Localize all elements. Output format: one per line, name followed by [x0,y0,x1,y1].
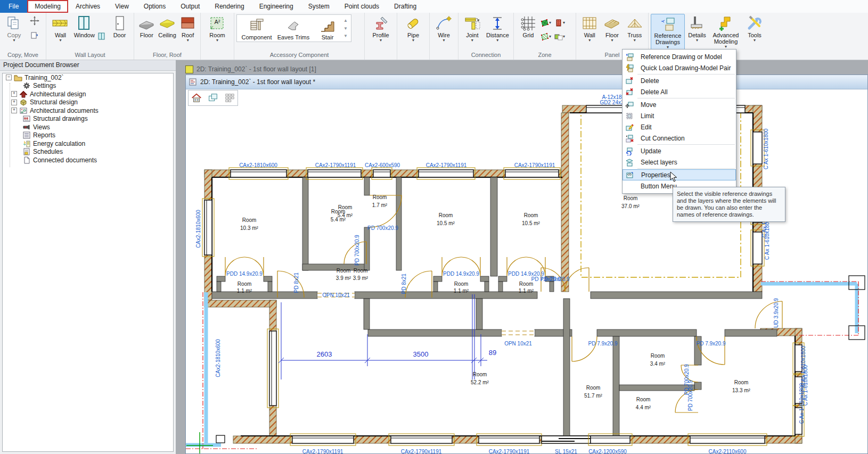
tree-item-architectural-documents[interactable]: + Architectural documents [3,106,173,115]
dimension-lines[interactable]: 2603 3500 89 [279,294,496,379]
room-button[interactable]: A² Room▾ [205,14,230,43]
advanced-modeling-button[interactable]: Advanced Modeling▾ [709,14,742,49]
tree-item-energy-calculation[interactable]: Energy calculation [3,139,173,148]
tree-item-schedules[interactable]: Schedules [3,148,173,156]
tab-options[interactable]: Options [136,0,173,13]
scroll-down-icon: ▼ [343,26,348,31]
door-button[interactable]: Door [108,14,132,38]
expand-icon[interactable]: + [11,91,17,97]
grid-view-button[interactable] [224,92,235,104]
panel-floor-icon [603,15,620,32]
drawing-window-titlebar[interactable]: 2D: Training_002` - 1st floor wall layou… [186,75,867,89]
tab-rendering[interactable]: Rendering [207,0,251,13]
tree-item-connected-documents[interactable]: Connected documents [3,156,173,164]
tree-item-reports[interactable]: Reports [3,131,173,140]
selected-reference-left[interactable] [186,292,258,449]
profile-button[interactable]: Profile▾ [369,14,393,43]
menu-item-quick-load-pair[interactable]: Quick Load Drawing-Model Pair [623,62,736,73]
dropdown-arrow-icon: ▾ [725,45,727,49]
dropdown-arrow-icon: ▾ [563,21,565,25]
menu-item-delete[interactable]: Delete [623,75,736,86]
collapse-icon[interactable]: − [6,75,12,80]
svg-text:3.9 m²: 3.9 m² [336,275,351,281]
floor-plan[interactable]: 2603 3500 89 [186,89,867,453]
tab-archives[interactable]: Archives [68,0,108,13]
tab-output[interactable]: Output [173,0,207,13]
svg-text:CAx2-2110x600: CAx2-2110x600 [709,449,747,453]
cascade-windows-button[interactable] [207,92,219,104]
tools-button[interactable]: Tools▾ [742,14,767,43]
reference-drawings-button[interactable]: Reference Drawings▾ [651,14,685,50]
roof-button[interactable]: Roof▾ [177,14,198,43]
tab-file[interactable]: File [0,0,27,13]
joint-button[interactable]: Joint▾ [461,14,484,43]
tab-view[interactable]: View [108,0,136,13]
zone-polygon-button[interactable]: ▾ [541,16,554,30]
svg-text:CAx2-1790x1191: CAx2-1790x1191 [514,162,555,168]
svg-text:Room: Room [454,281,469,287]
menu-item-properties[interactable]: Properties [623,169,736,180]
svg-text:Room: Room [636,397,651,402]
tab-engineering[interactable]: Engineering [252,0,301,13]
tree-item-architectural-design[interactable]: + Architectural design [3,90,173,98]
paste-icon[interactable] [30,31,39,39]
menu-item-limit[interactable]: Limit [623,110,736,121]
drawing-canvas[interactable]: 2603 3500 89 [186,89,867,453]
truss-button[interactable]: Truss▾ [624,14,646,43]
svg-text:10.3 m²: 10.3 m² [240,225,259,231]
menu-item-select-layers[interactable]: Select layers [623,156,736,168]
menu-item-cut-connection[interactable]: Cut Connection [623,133,736,144]
doors[interactable] [225,195,782,412]
move-button[interactable] [26,14,44,39]
svg-text:C Ax 1-610x1800: C Ax 1-610x1800 [764,219,770,260]
tab-point-clouds[interactable]: Point clouds [337,0,387,13]
stair-button[interactable]: Stair [313,16,342,40]
svg-text:CAx2-1810x600: CAx2-1810x600 [215,339,221,377]
menu-item-delete-all[interactable]: Delete All [623,86,736,97]
panel-wall-button[interactable]: Wall▾ [578,14,601,43]
panel-floor-button[interactable]: Floor▾ [601,14,623,43]
tree-item-settings[interactable]: Settings [3,82,173,90]
tree-item-structural-drawings[interactable]: Structural drawings [3,115,173,123]
dropdown-arrow-icon: ▾ [588,38,591,43]
accessory-scroll-arrows[interactable]: ▲▼▼ [342,16,349,40]
home-view-button[interactable] [191,92,202,104]
zone-building-button[interactable]: ▾ [554,16,568,30]
pipe-button[interactable]: Pipe▾ [401,14,425,43]
menu-item-reference-drawing-or-model[interactable]: Reference Drawing or Model [623,51,736,62]
details-button[interactable]: Details▾ [685,14,709,43]
dropdown-arrow-icon: ▾ [13,38,15,43]
zone-hatch-button[interactable]: ▾ [541,30,554,44]
menu-item-edit[interactable]: Edit [623,121,736,133]
window-extra-button[interactable] [96,14,108,40]
menu-item-move[interactable]: Move [623,99,736,110]
wall-button[interactable]: Wall▾ [48,14,72,43]
tab-modeling[interactable]: Modeling [27,0,68,13]
tree-item-project[interactable]: − Training_002` [3,73,173,82]
wire-button[interactable]: Wire▾ [432,14,456,43]
floor-button[interactable]: Floor [136,14,157,38]
svg-text:PD 8x21: PD 8x21 [401,273,407,294]
dropdown-arrow-icon: ▾ [549,35,551,39]
expand-icon[interactable]: + [11,100,17,105]
expand-icon[interactable]: + [11,108,17,113]
background-window-tab[interactable]: 2D: Training_002` - 1st floor wall layou… [185,64,316,75]
component-button[interactable]: Component [239,16,274,40]
svg-text:10.5 m²: 10.5 m² [522,220,541,226]
tab-system[interactable]: System [301,0,337,13]
grid-icon [520,15,537,32]
eaves-trims-button[interactable]: Eaves Trims [274,16,313,40]
tree-item-views[interactable]: Views [3,123,173,131]
distance-button[interactable]: Distance▾ [484,14,511,43]
grid-button[interactable]: Grid [516,14,541,38]
window-button[interactable]: Window [72,14,96,38]
blank-document-icon [22,156,31,164]
tab-drafting[interactable]: Drafting [387,0,424,13]
zone-building-icon [554,19,563,27]
ceiling-button[interactable]: Ceiling [157,14,178,38]
menu-item-update[interactable]: Update [623,145,736,156]
tree-item-structural-design[interactable]: + Structural design [3,98,173,107]
zone-color-button[interactable]: ▾ [554,30,568,44]
cube-icon [19,98,28,106]
copy-button[interactable]: Copy ▾ [2,14,26,43]
